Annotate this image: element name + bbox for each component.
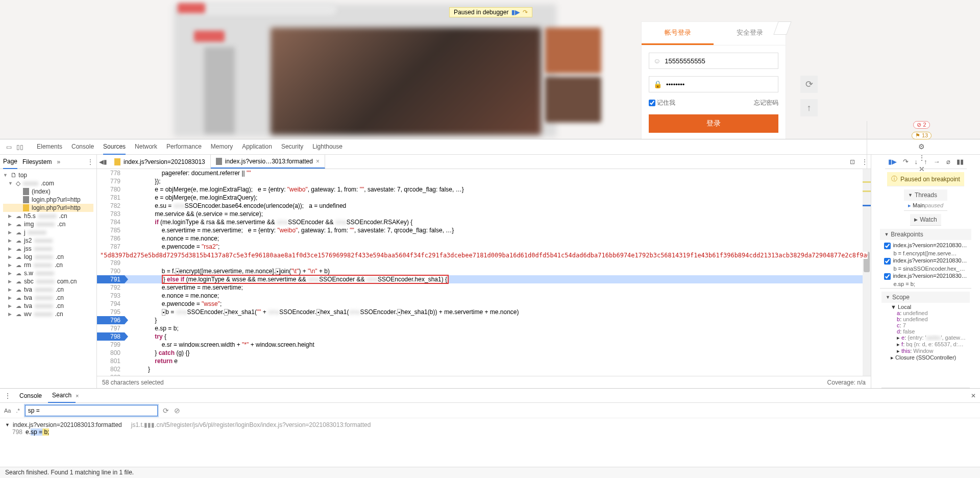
file-more-icon[interactable]: ⊡ xyxy=(846,155,859,169)
case-toggle[interactable]: Aa xyxy=(4,408,11,414)
remember-checkbox[interactable] xyxy=(649,100,655,106)
scope-header[interactable]: ▼Scope xyxy=(881,292,970,303)
tree-top[interactable]: ▼🗋 top xyxy=(3,171,93,179)
settings-gear-icon[interactable]: ⚙ xyxy=(916,142,927,151)
tree-item[interactable]: ▶☁ sbcxxxxxxcom.cn xyxy=(3,277,93,285)
scope-var[interactable]: d: false xyxy=(886,328,966,334)
tab-sources[interactable]: Sources xyxy=(103,139,126,155)
editor-status-bar: 58 characters selected Coverage: n/a xyxy=(97,376,871,388)
nav-menu-icon[interactable]: ⋮ xyxy=(87,158,93,165)
search-result-file[interactable]: ▼ index.js?version=2021083013:formatted … xyxy=(5,421,975,428)
drawer-menu-icon[interactable]: ⋮ xyxy=(4,392,11,400)
step-out-button-icon[interactable]: ↑ xyxy=(924,158,927,165)
breakpoint-item[interactable]: index.js?version=20210830… xyxy=(884,272,967,281)
scope-var[interactable]: ▸ this: Window xyxy=(886,348,966,354)
devtools-tabs: Elements Console Sources Network Perform… xyxy=(37,139,342,155)
search-input[interactable] xyxy=(25,405,158,416)
tab-performance[interactable]: Performance xyxy=(166,139,202,155)
drawer-tab-close-icon[interactable]: × xyxy=(76,393,79,399)
nav-more-icon[interactable]: » xyxy=(57,158,60,165)
scope-closure[interactable]: ▸ Closure (SSOController) xyxy=(886,354,966,361)
tree-item[interactable]: ▶☁ logxxxxxx.cn xyxy=(3,253,93,261)
user-icon: ☺ xyxy=(653,57,660,65)
nav-tab-page[interactable]: Page xyxy=(3,155,17,169)
code-editor[interactable]: 7787797807817827837847857867877887897907… xyxy=(97,169,871,376)
tree-item[interactable]: ▼◇ xxxxx.com xyxy=(3,179,93,187)
debugger-toolbar: ▮▶ ↷ ↓ ↑ → ⌀ ▮▮ xyxy=(885,155,967,169)
login-submit-button[interactable]: 登录 xyxy=(649,114,778,133)
file-tab-1[interactable]: index.js?version=2021083013 xyxy=(109,155,211,169)
file-tab-2-active[interactable]: index.js?versio…3013:formatted × xyxy=(211,155,325,169)
refresh-side-button[interactable]: ⟳ xyxy=(800,76,818,93)
search-clear-icon[interactable]: ⊘ xyxy=(174,407,180,415)
scope-var[interactable]: c: 7 xyxy=(886,322,966,328)
tree-item[interactable]: ▶☁ s.wxxxxxx xyxy=(3,269,93,277)
tab-application[interactable]: Application xyxy=(242,139,272,155)
warning-count-badge[interactable]: ⚑ 13 xyxy=(912,132,932,139)
tree-item[interactable]: ▶☁ tvaxxxxxx.cn xyxy=(3,302,93,310)
step-over-button-icon[interactable]: ↷ xyxy=(903,158,909,165)
nav-tab-filesystem[interactable]: Filesystem xyxy=(22,155,52,169)
remember-label[interactable]: 记住我 xyxy=(649,99,675,107)
tree-item[interactable]: ▶☁ wvxxxxxx.cn xyxy=(3,310,93,318)
step-button-icon[interactable]: → xyxy=(934,158,940,165)
tree-item[interactable]: ▶☁ h5.sxxxxxx.cn xyxy=(3,212,93,220)
tree-item[interactable]: login.php?url=http xyxy=(3,196,93,204)
scope-var[interactable]: ▸ f: bq {n: d, e: 65537, d:… xyxy=(886,341,966,348)
scope-var[interactable]: ▸ e: {entry: 'weibo', gatew… xyxy=(886,334,966,341)
inspect-element-icon[interactable]: ▭ xyxy=(4,142,13,152)
tab-console[interactable]: Console xyxy=(71,139,94,155)
drawer: ⋮ Console Search × ✕ Aa .* ⟳ ⊘ ▼ index.j… xyxy=(0,388,980,478)
drawer-close-icon[interactable]: ✕ xyxy=(971,392,976,399)
drawer-tab-search[interactable]: Search xyxy=(48,389,76,403)
tab-security[interactable]: Security xyxy=(281,139,303,155)
file-tab-prev-icon[interactable]: ◀▮ xyxy=(97,155,109,169)
tree-item[interactable]: ▶☁ rmxxxxxx.cn xyxy=(3,261,93,269)
js-file-icon xyxy=(216,158,222,165)
breakpoint-item[interactable]: index.js?version=20210830… xyxy=(884,256,967,266)
scope-var[interactable]: a: undefined xyxy=(886,310,966,316)
tab-elements[interactable]: Elements xyxy=(37,139,62,155)
step-over-icon[interactable]: ↷ xyxy=(523,9,528,16)
login-tab-account[interactable]: 帐号登录 xyxy=(642,22,714,45)
tab-memory[interactable]: Memory xyxy=(211,139,233,155)
login-phone-input[interactable]: ☺ 15555555555 xyxy=(649,53,778,69)
scroll-top-side-button[interactable]: ↑ xyxy=(800,99,818,116)
resume-button-icon[interactable]: ▮▶ xyxy=(888,158,897,165)
search-result-hit[interactable]: 798e.sp = b; xyxy=(5,428,975,436)
forgot-password-link[interactable]: 忘记密码 xyxy=(754,99,778,107)
resume-icon[interactable]: ▮▶ xyxy=(511,9,520,16)
scope-var[interactable]: b: undefined xyxy=(886,316,966,322)
close-tab-icon[interactable]: × xyxy=(316,158,320,165)
tree-item[interactable]: ▶☁ jssxxxxxx xyxy=(3,245,93,253)
tab-lighthouse[interactable]: Lighthouse xyxy=(312,139,342,155)
scope-local[interactable]: ▼ Local xyxy=(886,304,966,310)
error-count-badge[interactable]: ⊘ 2 xyxy=(913,121,929,129)
login-password-input[interactable]: 🔒 •••••••• xyxy=(649,76,778,92)
file-tree: ▼🗋 top▼◇ xxxxx.com (index) login.php?url… xyxy=(0,169,96,388)
sources-navigator: Page Filesystem » ⋮ ▼🗋 top▼◇ xxxxx.com (… xyxy=(0,155,97,388)
tree-item[interactable]: ▶☁ imgxxxxxx.cn xyxy=(3,220,93,228)
search-refresh-icon[interactable]: ⟳ xyxy=(163,407,169,415)
threads-header[interactable]: ▼Threads xyxy=(904,189,947,201)
tree-item[interactable]: login.php?url=http xyxy=(3,204,93,212)
device-toolbar-icon[interactable]: ▯▯ xyxy=(15,142,24,152)
page-content: Paused in debugger ▮▶ ↷ 帐号登录 安全登录 ☺ 1555… xyxy=(0,0,980,139)
tree-item[interactable]: ▶☁ js2xxxxxx xyxy=(3,236,93,245)
watch-header[interactable]: ▶Watch xyxy=(910,214,941,225)
breakpoints-header[interactable]: ▼Breakpoints xyxy=(880,229,971,240)
tree-item[interactable]: (index) xyxy=(3,187,93,196)
deactivate-bp-icon[interactable]: ⌀ xyxy=(946,158,950,165)
tree-item[interactable]: ▶☁ jxxxxxx xyxy=(3,228,93,236)
step-into-button-icon[interactable]: ↓ xyxy=(915,158,918,165)
pause-on-exc-icon[interactable]: ▮▮ xyxy=(957,158,964,165)
tree-item[interactable]: ▶☁ tvaxxxxxx.cn xyxy=(3,294,93,302)
scrollbar[interactable] xyxy=(863,169,871,376)
file-menu-icon[interactable]: ⋮ xyxy=(859,155,871,169)
thread-main[interactable]: ▸ Main paused xyxy=(908,202,943,209)
breakpoint-item[interactable]: index.js?version=20210830… xyxy=(884,241,967,250)
tab-network[interactable]: Network xyxy=(135,139,157,155)
drawer-tab-console[interactable]: Console xyxy=(15,389,46,402)
regex-toggle[interactable]: .* xyxy=(16,408,19,414)
tree-item[interactable]: ▶☁ tvaxxxxxx.cn xyxy=(3,285,93,294)
